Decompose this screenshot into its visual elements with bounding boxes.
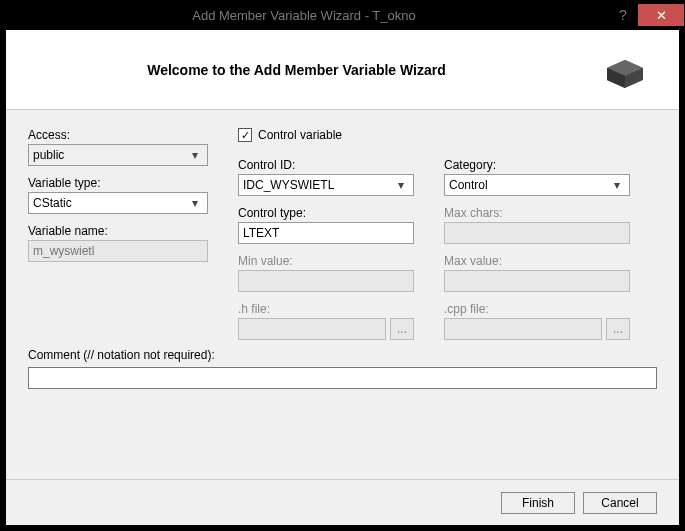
control-type-input[interactable] [238,222,414,244]
column-left: Access: public ▾ Variable type: CStatic … [28,128,208,350]
control-variable-checkbox-row[interactable]: ✓ Control variable [238,128,414,142]
access-select[interactable]: public ▾ [28,144,208,166]
chevron-down-icon: ▾ [609,178,625,192]
control-id-select[interactable]: IDC_WYSWIETL ▾ [238,174,414,196]
category-value: Control [449,178,609,192]
min-value-label: Min value: [238,254,414,268]
chevron-down-icon: ▾ [187,196,203,210]
footer: Finish Cancel [6,479,679,525]
cpp-file-browse-button: ... [606,318,630,340]
wizard-body: Welcome to the Add Member Variable Wizar… [6,30,679,525]
control-variable-label: Control variable [258,128,342,142]
variable-type-value: CStatic [33,196,187,210]
max-chars-input [444,222,630,244]
comment-section: Comment (// notation not required): [28,348,657,389]
comment-input[interactable] [28,367,657,389]
min-value-input [238,270,414,292]
control-type-label: Control type: [238,206,414,220]
comment-label: Comment (// notation not required): [28,348,657,362]
wizard-window: Add Member Variable Wizard - T_okno ? ✕ … [0,0,685,531]
form-content: Access: public ▾ Variable type: CStatic … [6,110,679,360]
cancel-button[interactable]: Cancel [583,492,657,514]
control-id-label: Control ID: [238,158,414,172]
category-label: Category: [444,158,630,172]
variable-type-label: Variable type: [28,176,208,190]
variable-type-select[interactable]: CStatic ▾ [28,192,208,214]
control-variable-checkbox[interactable]: ✓ [238,128,252,142]
control-id-value: IDC_WYSWIETL [243,178,393,192]
finish-button[interactable]: Finish [501,492,575,514]
titlebar: Add Member Variable Wizard - T_okno ? ✕ [0,0,685,30]
wizard-header: Welcome to the Add Member Variable Wizar… [6,30,679,110]
checkmark-icon: ✓ [241,129,250,142]
box-icon [599,50,651,90]
h-file-input [238,318,386,340]
h-file-browse-button: ... [390,318,414,340]
column-right: Category: Control ▾ Max chars: Max value… [444,128,630,350]
category-select[interactable]: Control ▾ [444,174,630,196]
max-chars-label: Max chars: [444,206,630,220]
access-value: public [33,148,187,162]
help-button[interactable]: ? [608,7,638,23]
max-value-label: Max value: [444,254,630,268]
variable-name-label: Variable name: [28,224,208,238]
max-value-input [444,270,630,292]
h-file-label: .h file: [238,302,414,316]
close-icon: ✕ [656,8,667,23]
chevron-down-icon: ▾ [187,148,203,162]
window-title: Add Member Variable Wizard - T_okno [0,8,608,23]
cpp-file-label: .cpp file: [444,302,630,316]
close-button[interactable]: ✕ [638,4,684,26]
cpp-file-input [444,318,602,340]
access-label: Access: [28,128,208,142]
variable-name-input[interactable] [28,240,208,262]
header-title: Welcome to the Add Member Variable Wizar… [34,62,599,78]
chevron-down-icon: ▾ [393,178,409,192]
column-middle: ✓ Control variable Control ID: IDC_WYSWI… [238,128,414,350]
